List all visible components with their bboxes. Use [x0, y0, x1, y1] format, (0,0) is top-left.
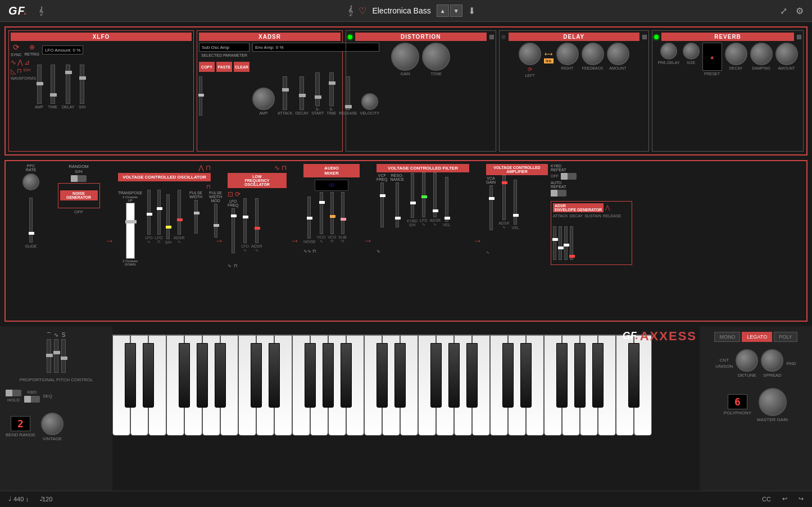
- vca-adsr-slider[interactable]: [502, 175, 506, 220]
- wave-ramp[interactable]: ◺: [11, 67, 16, 75]
- right-knob[interactable]: [556, 43, 579, 65]
- master-gain-knob[interactable]: [759, 388, 787, 416]
- vco-slider-3[interactable]: [166, 194, 170, 239]
- vcf-adsr-slider[interactable]: [433, 172, 437, 217]
- sstart-slider[interactable]: [315, 72, 320, 106]
- vcf-freq-slider[interactable]: [380, 182, 384, 227]
- collapse-icon[interactable]: ⤢: [780, 6, 787, 16]
- vcf-kybd-slider[interactable]: [411, 173, 414, 218]
- delay-link-btn[interactable]: link: [544, 58, 554, 63]
- rev-decay-knob[interactable]: [725, 43, 747, 65]
- legato-button[interactable]: LEGATO: [742, 332, 772, 342]
- reverb-bypass[interactable]: [797, 35, 801, 39]
- hold-toggle[interactable]: [6, 390, 21, 396]
- vco-slider-1[interactable]: [147, 190, 151, 235]
- distortion-bypass[interactable]: [489, 35, 494, 39]
- lfo-retrig-icon[interactable]: ⟳: [235, 190, 241, 198]
- amp-knob[interactable]: [252, 88, 275, 110]
- tone-knob[interactable]: [422, 43, 450, 71]
- key-as1[interactable]: [215, 343, 226, 408]
- key-as2[interactable]: [341, 343, 352, 408]
- clear-button[interactable]: CLEAR: [234, 62, 250, 72]
- distortion-led[interactable]: [348, 35, 352, 39]
- detune-knob[interactable]: [736, 349, 758, 372]
- delay-bypass[interactable]: [642, 35, 647, 39]
- preset-prev[interactable]: ▲: [437, 4, 449, 17]
- delay-amount-knob[interactable]: [607, 43, 629, 65]
- kybd-repeat-toggle[interactable]: [561, 173, 577, 180]
- sync-icon[interactable]: ⟳: [13, 43, 20, 52]
- metronome-display[interactable]: 𝅘𝅥𝅮 120: [40, 495, 52, 503]
- key-fs4[interactable]: [556, 343, 568, 408]
- reverb-led[interactable]: [654, 35, 659, 39]
- left-knob[interactable]: [519, 43, 541, 65]
- adsr-release-slider[interactable]: [570, 226, 573, 260]
- kbd-toggle[interactable]: [24, 396, 40, 403]
- vca-vel-slider[interactable]: [514, 180, 517, 225]
- vca-gain-slider[interactable]: [489, 185, 493, 230]
- vco-slider-2[interactable]: [157, 190, 161, 235]
- wave-square[interactable]: ⊓: [17, 67, 22, 75]
- delay-link-icon[interactable]: ⟷: [545, 51, 552, 57]
- delay-led[interactable]: [501, 35, 506, 39]
- key-ds2[interactable]: [269, 343, 280, 408]
- gain-knob[interactable]: [391, 43, 419, 71]
- random-sh-toggle[interactable]: [71, 175, 87, 182]
- stime-slider[interactable]: [329, 72, 334, 106]
- key-as4[interactable]: [592, 343, 604, 408]
- key-gs3[interactable]: [448, 343, 460, 408]
- poly-button[interactable]: POLY: [774, 332, 797, 342]
- mixer-vco-tri-slider[interactable]: [320, 192, 323, 234]
- wave-triangle[interactable]: ⋀: [17, 58, 23, 66]
- tuner-icon[interactable]: 𝄞: [39, 6, 43, 16]
- vco-slider-4[interactable]: [178, 190, 181, 235]
- mixer-vco-sq-slider[interactable]: [330, 192, 334, 234]
- key-cs5[interactable]: [628, 343, 639, 408]
- mono-button[interactable]: MONO: [714, 332, 740, 342]
- preset-next[interactable]: ▼: [450, 4, 462, 17]
- release-slider[interactable]: [346, 76, 350, 110]
- lfo-slider-1[interactable]: [243, 198, 247, 243]
- adsr-decay-slider[interactable]: [559, 226, 562, 260]
- mixer-sub-slider[interactable]: [341, 192, 344, 234]
- copy-button[interactable]: COPY: [199, 62, 215, 72]
- wave-saw[interactable]: ⊿: [24, 58, 30, 66]
- ppc-slider[interactable]: [29, 198, 33, 243]
- size-knob[interactable]: [683, 43, 700, 60]
- delay-slider[interactable]: [66, 65, 70, 104]
- ppc-slider-3[interactable]: [61, 339, 66, 373]
- sh-slider[interactable]: [80, 65, 84, 104]
- key-cs2[interactable]: [251, 343, 262, 408]
- undo-button[interactable]: ↩: [782, 495, 787, 503]
- paste-button[interactable]: PASTE: [216, 62, 232, 72]
- feedback-knob[interactable]: [582, 43, 604, 65]
- pre-delay-knob[interactable]: [660, 43, 677, 60]
- key-ds3[interactable]: [394, 343, 406, 408]
- lfo-slider-2[interactable]: [255, 198, 258, 243]
- adsr-sustain-slider[interactable]: [564, 226, 568, 260]
- tuning-display[interactable]: ♩ 440 ↕: [8, 495, 29, 503]
- attack-slider[interactable]: [283, 76, 287, 110]
- ppc-slider-2[interactable]: [54, 339, 58, 373]
- key-cs3[interactable]: [376, 343, 388, 408]
- redo-button[interactable]: ↪: [799, 495, 804, 503]
- key-cs1[interactable]: [125, 343, 136, 408]
- retrig-icon[interactable]: ⊕: [29, 43, 35, 51]
- key-fs2[interactable]: [305, 343, 316, 408]
- sub-osc-slider[interactable]: [199, 76, 202, 116]
- key-gs4[interactable]: [574, 343, 586, 408]
- time-slider[interactable]: [51, 65, 55, 104]
- decay-slider[interactable]: [300, 76, 304, 110]
- pulse-width-mod-slider[interactable]: [214, 204, 217, 237]
- vintage-knob[interactable]: [41, 413, 63, 435]
- auto-repeat-toggle[interactable]: [551, 190, 566, 197]
- key-as3[interactable]: [466, 343, 478, 408]
- adsr-attack-slider[interactable]: [553, 226, 556, 260]
- download-button[interactable]: ⬇: [468, 6, 475, 16]
- vcf-reso-slider[interactable]: [396, 182, 399, 227]
- rev-amount-knob[interactable]: [775, 43, 798, 65]
- key-fs1[interactable]: [179, 343, 190, 408]
- amp-slider[interactable]: [37, 65, 42, 104]
- cc-button[interactable]: CC: [762, 496, 771, 503]
- settings-icon[interactable]: ⚙: [796, 6, 804, 16]
